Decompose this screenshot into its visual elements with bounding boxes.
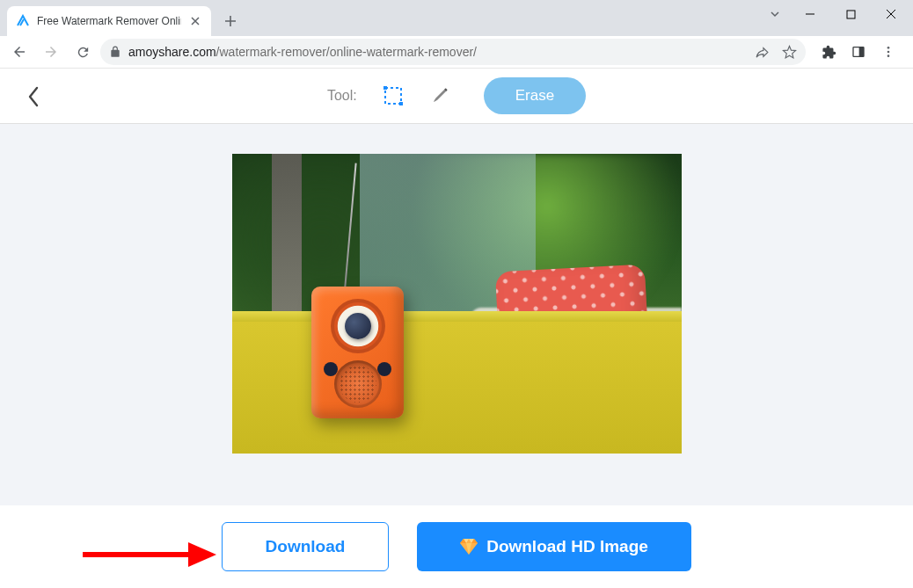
download-hd-label: Download HD Image (486, 537, 648, 556)
side-panel-icon[interactable] (844, 39, 873, 65)
menu-dots-icon[interactable] (874, 39, 902, 65)
close-window-button[interactable] (871, 1, 911, 27)
annotation-arrow (76, 537, 216, 572)
edited-image[interactable] (232, 154, 682, 454)
chevron-down-icon[interactable] (760, 8, 790, 20)
minimize-button[interactable] (790, 1, 830, 27)
app-toolbar: Tool: Erase (0, 69, 913, 124)
bottom-actions: Download Download HD Image (0, 505, 913, 588)
browser-tab[interactable]: Free Watermark Remover Online (7, 6, 211, 36)
svg-point-3 (887, 47, 890, 49)
diamond-icon (460, 539, 478, 555)
tool-label: Tool: (327, 88, 357, 104)
svg-marker-10 (188, 542, 216, 567)
window-controls (760, 0, 911, 28)
brush-tool-icon[interactable] (424, 81, 454, 111)
download-hd-button[interactable]: Download HD Image (417, 522, 691, 571)
url-bar[interactable]: amoyshare.com/watermark-remover/online-w… (100, 39, 806, 65)
download-button[interactable]: Download (222, 522, 389, 571)
svg-rect-8 (399, 102, 403, 105)
reload-button[interactable] (69, 39, 97, 65)
browser-titlebar: Free Watermark Remover Online (0, 0, 913, 36)
close-tab-icon[interactable] (188, 14, 202, 28)
svg-rect-6 (385, 88, 401, 104)
canvas-area (0, 124, 913, 505)
share-icon[interactable] (755, 45, 770, 60)
site-favicon (16, 14, 30, 28)
url-text: amoyshare.com/watermark-remover/online-w… (128, 45, 748, 59)
new-tab-button[interactable] (218, 9, 243, 33)
maximize-button[interactable] (830, 1, 871, 27)
selection-tool-icon[interactable] (378, 81, 408, 111)
lock-icon (109, 46, 121, 58)
svg-rect-0 (847, 11, 855, 18)
erase-button[interactable]: Erase (484, 77, 586, 114)
address-bar: amoyshare.com/watermark-remover/online-w… (0, 36, 913, 69)
bookmark-star-icon[interactable] (782, 45, 797, 60)
svg-point-5 (887, 54, 890, 57)
extensions-icon[interactable] (814, 39, 843, 65)
app-back-button[interactable] (26, 69, 40, 124)
browser-right-icons (809, 39, 908, 65)
tab-title: Free Watermark Remover Online (37, 15, 181, 27)
svg-point-4 (887, 51, 890, 54)
svg-rect-7 (383, 86, 387, 90)
back-button[interactable] (5, 39, 33, 65)
svg-rect-2 (859, 47, 864, 57)
forward-button[interactable] (37, 39, 65, 65)
